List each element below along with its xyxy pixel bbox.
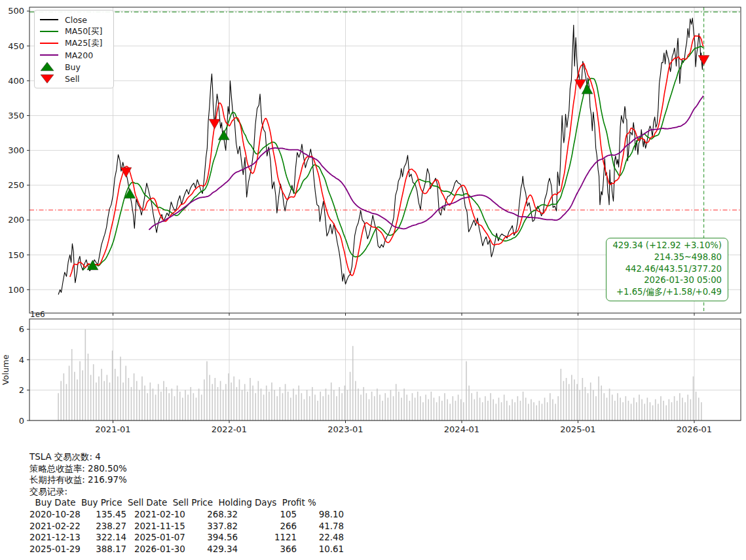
trade-cell: 2021-02-22 <box>29 521 87 532</box>
trade-cell: 105 <box>238 509 297 521</box>
svg-text:400: 400 <box>8 76 24 86</box>
svg-text:250: 250 <box>8 180 24 190</box>
svg-text:500: 500 <box>8 6 24 16</box>
svg-text:450: 450 <box>8 41 24 51</box>
trade-cell: 2021-02-10 <box>126 509 192 521</box>
tick-marks <box>27 11 694 423</box>
svg-text:6: 6 <box>19 324 24 334</box>
legend-line-sample <box>39 14 59 25</box>
trade-cell: 22.48 <box>297 532 344 544</box>
strategy-stats: TSLA 交易次数: 4策略总收益率: 280.50%长期持有收益: 216.9… <box>29 451 344 555</box>
trade-cell: 366 <box>238 544 297 555</box>
trade-cell: 135.45 <box>87 509 126 521</box>
svg-text:2021-01: 2021-01 <box>95 424 130 434</box>
svg-text:2: 2 <box>19 385 24 395</box>
gridlines <box>29 7 741 420</box>
legend-line-sample <box>39 50 59 60</box>
svg-text:2026-01: 2026-01 <box>677 424 712 434</box>
info-box-line-2: 442.46/443.51/377.20 <box>612 263 722 275</box>
svg-text:100: 100 <box>8 285 24 295</box>
trade-cell: 322.14 <box>87 532 126 544</box>
svg-text:300: 300 <box>8 145 24 155</box>
trade-row: 2025-01-29388.172026-01-30429.3436610.61 <box>29 544 344 555</box>
info-box-line-4: +1.65/偏多/+1.58/+0.49 <box>612 286 722 298</box>
trade-cell: 1121 <box>238 532 297 544</box>
svg-text:4: 4 <box>19 355 24 365</box>
trade-cell: 2021-11-15 <box>126 521 192 532</box>
sell-marker <box>698 56 709 65</box>
legend-item-5: Sell <box>39 73 109 84</box>
trade-table: Buy Date Buy Price Sell Date Sell Price … <box>29 497 344 555</box>
legend: CloseMA50[买]MA25[卖]MA200BuySell <box>34 10 114 88</box>
svg-text:0: 0 <box>19 416 24 426</box>
sell-marker <box>209 119 220 129</box>
trade-cell: 268.32 <box>192 509 238 521</box>
legend-item-0: Close <box>39 14 109 26</box>
stats-line-3: 交易记录: <box>29 486 344 498</box>
legend-label: Sell <box>65 74 80 84</box>
trade-cell: 388.17 <box>87 544 126 555</box>
stats-line-2: 长期持有收益: 216.97% <box>29 474 344 486</box>
info-box-line-3: 2026-01-30 05:00 <box>612 274 722 286</box>
trade-cell: 337.82 <box>192 521 238 532</box>
legend-item-1: MA50[买] <box>39 26 109 37</box>
trade-cell: 238.27 <box>87 521 126 532</box>
trade-row: 2021-02-22238.272021-11-15337.8226641.78 <box>29 521 344 532</box>
stats-line-1: 策略总收益率: 280.50% <box>29 463 344 475</box>
trade-cell: 429.34 <box>192 544 238 555</box>
legend-label: Close <box>65 15 87 25</box>
triangle-down-icon <box>39 73 59 84</box>
trade-row: 2020-10-28135.452021-02-10268.3210598.10 <box>29 509 344 521</box>
trade-cell: 2020-10-28 <box>29 509 87 521</box>
svg-text:350: 350 <box>8 111 24 121</box>
trade-cell: 2025-01-29 <box>29 544 87 555</box>
volume-axis-label: Volume <box>1 354 10 385</box>
signal-info-box: 429.34 (+12.92 +3.10%)214.35~498.80442.4… <box>606 238 728 301</box>
legend-item-3: MA200 <box>39 49 109 61</box>
svg-text:2023-01: 2023-01 <box>327 424 363 434</box>
svg-text:2022-01: 2022-01 <box>212 424 247 434</box>
svg-text:150: 150 <box>8 250 24 260</box>
trade-cell: 394.56 <box>192 532 238 544</box>
matplotlib-figure: 2021-012022-012023-012024-012025-012026-… <box>0 0 746 560</box>
volume-offset-label: 1e6 <box>30 310 45 319</box>
legend-line-sample <box>39 26 59 37</box>
stats-lines: TSLA 交易次数: 4策略总收益率: 280.50%长期持有收益: 216.9… <box>29 451 344 497</box>
trade-row: 2021-12-13322.142025-01-07394.56112122.4… <box>29 532 344 544</box>
buy-marker <box>218 130 229 140</box>
triangle-up-icon <box>39 62 59 72</box>
info-box-line-0: 429.34 (+12.92 +3.10%) <box>612 240 722 252</box>
legend-line-sample <box>39 38 59 48</box>
volume-bars <box>58 329 701 420</box>
trade-cell: 266 <box>238 521 297 532</box>
legend-label: MA200 <box>65 50 93 60</box>
trade-table-header: Buy Date Buy Price Sell Date Sell Price … <box>29 497 344 509</box>
legend-label: MA50[买] <box>65 26 103 37</box>
svg-text:2025-01: 2025-01 <box>560 424 595 434</box>
trade-cell: 2026-01-30 <box>126 544 192 555</box>
trade-cell: 2021-12-13 <box>29 532 87 544</box>
legend-label: MA25[卖] <box>65 38 103 49</box>
trade-cell: 98.10 <box>297 509 344 521</box>
trade-table-rows: 2020-10-28135.452021-02-10268.3210598.10… <box>29 509 344 555</box>
legend-label: Buy <box>65 62 81 72</box>
stats-line-0: TSLA 交易次数: 4 <box>29 451 344 463</box>
trade-cell: 2025-01-07 <box>126 532 192 544</box>
svg-text:200: 200 <box>8 215 24 225</box>
trade-cell: 10.61 <box>297 544 344 555</box>
info-box-line-1: 214.35~498.80 <box>612 252 722 263</box>
trade-cell: 41.78 <box>297 521 344 532</box>
legend-item-2: MA25[卖] <box>39 37 109 49</box>
buy-marker <box>582 84 593 94</box>
svg-text:2024-01: 2024-01 <box>444 424 479 434</box>
legend-item-4: Buy <box>39 61 109 73</box>
